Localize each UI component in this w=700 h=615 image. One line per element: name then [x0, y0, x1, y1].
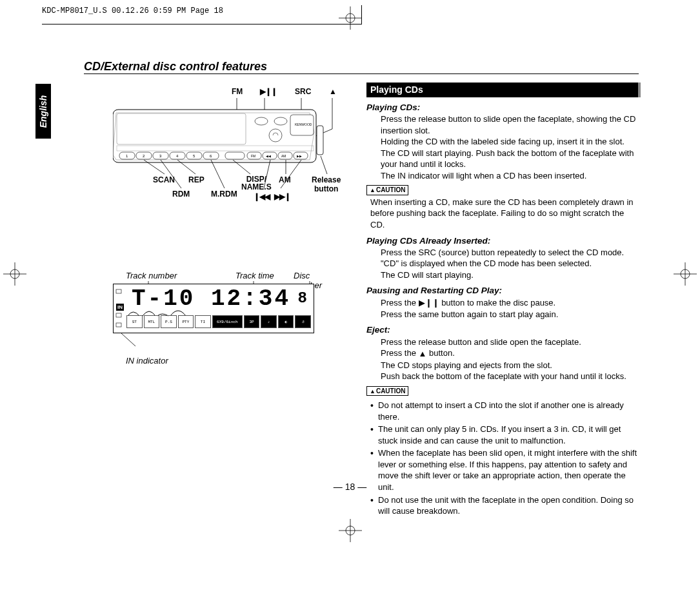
svg-rect-33 [225, 152, 245, 159]
s4-p4: Push back the bottom of the faceplate wi… [381, 371, 641, 382]
svg-text:▶▶: ▶▶ [297, 154, 302, 158]
registration-mark-right-icon [674, 262, 697, 286]
lcd-status-row: STMTLP.SPTYTI 6X9/6inch 3P ♪◐♬ [126, 313, 311, 330]
s3-title: Pausing and Restarting CD Play: [366, 285, 641, 297]
s4-title: Eject: [366, 324, 641, 336]
svg-text:◀◀: ◀◀ [266, 154, 271, 158]
s3-p1: Press the ▶❙❙ button to make the disc pa… [381, 297, 641, 309]
track-number-label: Track number [126, 271, 177, 280]
caution-list: Do not attempt to insert a CD into the s… [370, 400, 641, 516]
language-tab: English [35, 84, 51, 139]
rep-label: REP [188, 175, 205, 184]
left-column: FM ▶❙❙ SRC ▲ KENWOOD [113, 84, 348, 333]
page-number: — 18 — [0, 482, 700, 492]
s1-title: Playing CDs: [366, 102, 641, 113]
am-label: AM [279, 175, 291, 184]
stereo-diagram: FM ▶❙❙ SRC ▲ KENWOOD [113, 90, 339, 206]
print-header: KDC-MP8017_U.S 00.12.26 0:59 PM Page 18 [42, 6, 223, 15]
svg-point-26 [269, 129, 282, 142]
svg-point-22 [255, 117, 268, 125]
caution-item: Do not attempt to insert a CD into the s… [370, 400, 641, 422]
caution-1-text: When inserting a CD, make sure the CD ha… [370, 197, 641, 231]
play-pause-icon: ▶❙❙ [419, 297, 439, 309]
eject-label: ▲ [329, 87, 337, 96]
svg-text:AM: AM [281, 154, 286, 158]
caution-item: The unit can only play 5 in. CDs. If you… [370, 424, 641, 446]
registration-mark-bottom-icon [339, 519, 362, 542]
svg-rect-20 [117, 113, 246, 144]
eject-icon: ▲ [419, 348, 427, 360]
svg-rect-61 [116, 289, 121, 293]
mrdm-label: M.RDM [211, 190, 237, 199]
svg-rect-48 [317, 126, 323, 155]
svg-line-52 [211, 160, 225, 188]
in-indicator-label: IN indicator [126, 356, 168, 366]
caution-item: Do not use the unit with the faceplate i… [370, 494, 641, 517]
fm-label: FM [232, 87, 243, 96]
svg-point-23 [274, 117, 287, 125]
play-pause-label: ▶❙❙ [260, 87, 277, 96]
disp-label: DISP/ NAME.S [241, 175, 272, 191]
svg-rect-62 [116, 313, 121, 317]
s1-p1: Press the release button to slide open t… [381, 113, 641, 136]
section-title: CD/External disc control features [84, 60, 639, 74]
caution-1-badge: CAUTION [366, 185, 408, 195]
registration-mark-left-icon [3, 262, 26, 286]
svg-text:KENWOOD: KENWOOD [295, 122, 312, 126]
svg-line-64 [121, 333, 135, 346]
src-label: SRC [295, 87, 311, 96]
svg-rect-63 [116, 323, 121, 327]
scan-label: SCAN [153, 175, 175, 184]
lcd-box: T-10 12:34 8 IN STMTLP.SPTYTI 6X9/6inch … [113, 284, 314, 333]
svg-text:FM: FM [251, 154, 255, 158]
lcd-diagram: Track number Track time Disc number T-10… [113, 284, 326, 333]
s1-p3: The IN indicator will light when a CD ha… [381, 170, 641, 182]
s4-p3: The CD stops playing and ejects from the… [381, 360, 641, 371]
s2-p2: "CD" is displayed when the CD mode has b… [381, 258, 641, 269]
s3-p2: Press the same button again to start pla… [381, 309, 641, 320]
release-btn-label: Release button [312, 175, 341, 194]
caution-2-badge: CAUTION [366, 386, 408, 396]
lcd-side-icons [115, 284, 124, 333]
track-time-label: Track time [235, 271, 274, 280]
rdm-label: RDM [172, 190, 190, 199]
s2-p3: The CD will start playing. [381, 269, 641, 281]
s2-title: Playing CDs Already Inserted: [366, 235, 641, 247]
registration-mark-top-icon [339, 6, 362, 30]
in-leader-line [116, 333, 142, 347]
language-label: English [38, 95, 48, 128]
playing-cds-heading: Playing CDs [366, 83, 641, 97]
svg-line-57 [321, 156, 327, 174]
s1-p2: Holding the CD with the labeled side fac… [381, 136, 641, 170]
right-column: Playing CDs Playing CDs: Press the relea… [366, 83, 641, 518]
s4-p1: Press the release button and slide open … [381, 337, 641, 348]
s4-p2: Press the ▲ button. [381, 347, 641, 359]
fwd-label: ▶▶❙ [274, 192, 290, 201]
stereo-svg-icon: KENWOOD 1 2 3 4 5 6 FM [113, 90, 339, 206]
s2-p1: Press the SRC (source) button repeatedly… [381, 247, 641, 259]
rew-label: ❙◀◀ [254, 192, 270, 201]
